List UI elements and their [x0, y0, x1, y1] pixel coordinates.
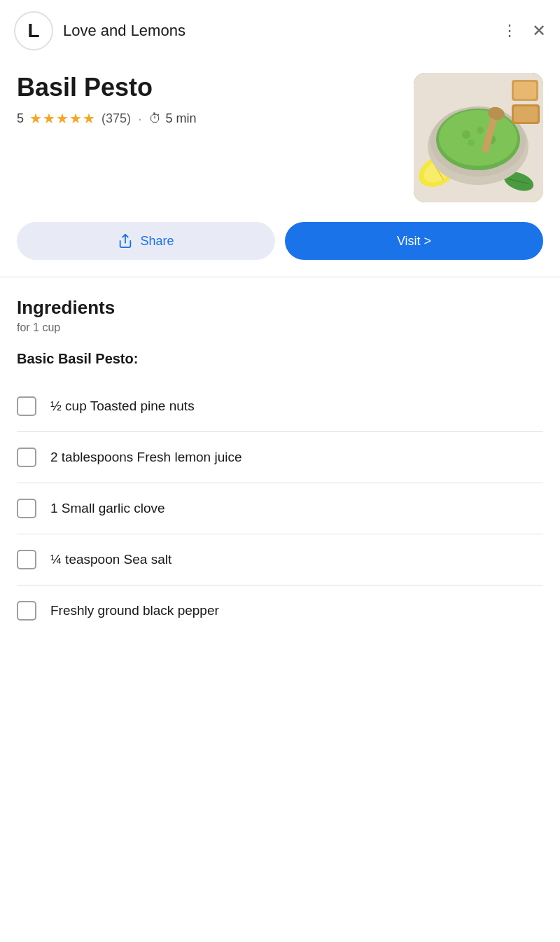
recipe-info: Basil Pesto 5 ★★★★★ (375) · ⏱ 5 min [17, 73, 400, 127]
ingredient-text: ¼ teaspoon Sea salt [50, 550, 172, 569]
site-logo: L [14, 11, 53, 50]
recipe-title: Basil Pesto [17, 73, 400, 102]
share-button[interactable]: Share [17, 222, 275, 260]
visit-button[interactable]: Visit > [285, 222, 543, 260]
ingredient-text: ½ cup Toasted pine nuts [50, 397, 195, 416]
recipe-image-svg [414, 73, 543, 202]
more-options-icon[interactable]: ⋮ [502, 23, 518, 39]
site-name: Love and Lemons [63, 22, 502, 40]
list-item: ¼ teaspoon Sea salt [17, 534, 543, 586]
recipe-meta: 5 ★★★★★ (375) · ⏱ 5 min [17, 110, 400, 127]
list-item: 2 tablespoons Fresh lemon juice [17, 432, 543, 483]
review-count: (375) [102, 111, 131, 126]
svg-point-13 [468, 139, 475, 146]
header: L Love and Lemons ⋮ ✕ [0, 0, 560, 62]
ingredient-checkbox-1[interactable] [17, 396, 36, 416]
share-icon [118, 233, 133, 249]
ingredients-serving: for 1 cup [17, 321, 543, 334]
buttons-row: Share Visit > [0, 219, 560, 277]
rating-number: 5 [17, 111, 24, 126]
ingredient-checkbox-4[interactable] [17, 550, 36, 569]
ingredient-checkbox-3[interactable] [17, 499, 36, 518]
svg-rect-19 [514, 106, 538, 122]
recipe-section: Basil Pesto 5 ★★★★★ (375) · ⏱ 5 min [0, 62, 560, 219]
recipe-image-wrapper [414, 73, 543, 202]
ingredient-text: 1 Small garlic clove [50, 499, 165, 518]
list-item: ½ cup Toasted pine nuts [17, 381, 543, 432]
header-actions: ⋮ ✕ [502, 21, 546, 41]
separator: · [138, 111, 142, 127]
ingredient-list: ½ cup Toasted pine nuts2 tablespoons Fre… [17, 381, 543, 636]
svg-point-11 [477, 127, 484, 134]
ingredients-title: Ingredients [17, 297, 543, 319]
ingredient-text: 2 tablespoons Fresh lemon juice [50, 448, 242, 467]
clock-icon: ⏱ [149, 111, 162, 126]
close-icon[interactable]: ✕ [532, 21, 546, 41]
list-item: Freshly ground black pepper [17, 586, 543, 636]
recipe-image [414, 73, 543, 202]
cook-time: 5 min [166, 111, 197, 126]
svg-rect-17 [514, 82, 536, 99]
list-item: 1 Small garlic clove [17, 483, 543, 534]
svg-point-10 [462, 130, 470, 139]
ingredient-checkbox-2[interactable] [17, 448, 36, 467]
stars: ★★★★★ [29, 110, 96, 127]
ingredient-text: Freshly ground black pepper [50, 602, 219, 621]
subsection-title: Basic Basil Pesto: [17, 351, 543, 367]
ingredient-checkbox-5[interactable] [17, 601, 36, 621]
svg-point-9 [439, 110, 517, 166]
ingredients-section: Ingredients for 1 cup Basic Basil Pesto:… [0, 277, 560, 636]
